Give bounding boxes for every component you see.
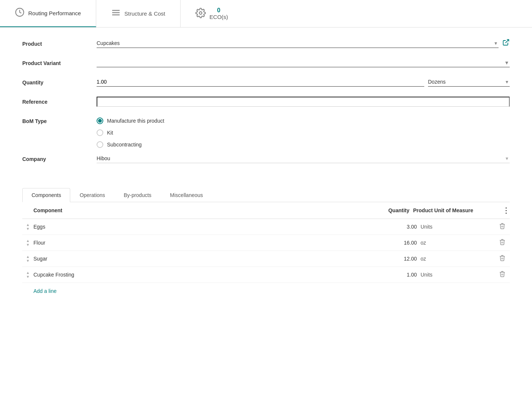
tab-row: Components Operations By-products Miscel… (22, 188, 510, 202)
table-row: ▲ ▼ Flour 16.00 oz (22, 235, 510, 251)
component-name: Sugar (33, 256, 376, 262)
form-area: Product Cupcakes ▾ Pr (0, 28, 532, 181)
quantity-col-header: Quantity (369, 207, 413, 213)
component-uom: oz (421, 240, 495, 246)
tab-structure-label: Structure & Cost (124, 10, 165, 17)
quantity-uom-select[interactable]: Dozens (428, 79, 510, 85)
product-select[interactable]: Cupcakes (97, 40, 499, 46)
add-line-container: Add a line (22, 283, 510, 299)
quantity-uom-wrap: Dozens ▾ (428, 77, 510, 87)
product-select-wrap: Cupcakes ▾ (97, 39, 499, 48)
uom-col-header: Product Unit of Measure (413, 207, 487, 213)
svg-line-5 (505, 40, 509, 43)
quantity-value: Dozens ▾ (97, 77, 510, 87)
company-select[interactable]: Hibou (97, 155, 510, 161)
drag-handle[interactable]: ▲ ▼ (22, 239, 33, 247)
radio-kit-label: Kit (107, 130, 113, 136)
company-label: Company (22, 154, 97, 162)
drag-handle[interactable]: ▲ ▼ (22, 255, 33, 263)
tabs-section: Components Operations By-products Miscel… (0, 188, 532, 202)
table-header: Component Quantity Product Unit of Measu… (22, 202, 510, 219)
header-tabs: Routing Performance Structure & Cost 0 E… (0, 0, 532, 28)
delete-row-button[interactable] (495, 255, 510, 263)
table-row: ▲ ▼ Sugar 12.00 oz (22, 251, 510, 267)
component-col-header: Component (33, 207, 369, 213)
tab-routing-performance[interactable]: Routing Performance (0, 0, 96, 27)
delete-row-button[interactable] (495, 239, 510, 247)
component-name: Cupcake Frosting (33, 272, 376, 278)
tab-miscellaneous[interactable]: Miscellaneous (161, 188, 213, 202)
quantity-row: Quantity Dozens ▾ (22, 77, 510, 91)
delete-row-button[interactable] (495, 271, 510, 279)
product-variant-value: ▾ (97, 58, 510, 67)
reference-row: Reference (22, 97, 510, 110)
table-body: ▲ ▼ Eggs 3.00 Units ▲ ▼ Flour 16.00 oz (22, 219, 510, 283)
svg-point-4 (199, 12, 202, 14)
tab-components[interactable]: Components (22, 188, 70, 202)
list-icon (111, 9, 121, 19)
company-row: Company Hibou ▾ (22, 154, 510, 167)
add-line-button[interactable]: Add a line (22, 283, 56, 299)
quantity-input-wrap (97, 77, 424, 87)
radio-subcontracting-circle (97, 141, 103, 148)
component-uom: Units (421, 224, 495, 230)
company-value: Hibou ▾ (97, 154, 510, 163)
radio-manufacture-label: Manufacture this product (107, 118, 164, 124)
component-name: Flour (33, 240, 376, 246)
product-row: Product Cupcakes ▾ (22, 39, 510, 52)
reference-input[interactable] (97, 97, 510, 107)
quantity-label: Quantity (22, 77, 97, 85)
component-quantity: 1.00 (376, 272, 421, 278)
drag-handle[interactable]: ▲ ▼ (22, 223, 33, 231)
drag-handle[interactable]: ▲ ▼ (22, 271, 33, 279)
delete-row-button[interactable] (495, 223, 510, 231)
reference-value (97, 97, 510, 107)
clock-icon (15, 7, 25, 19)
product-value: Cupcakes ▾ (97, 39, 510, 48)
product-variant-label: Product Variant (22, 58, 97, 66)
eco-count: 0 (217, 7, 220, 14)
table-section: Component Quantity Product Unit of Measu… (0, 202, 532, 299)
tab-by-products[interactable]: By-products (114, 188, 161, 202)
component-name: Eggs (33, 224, 376, 230)
bom-type-radio-group: Manufacture this product Kit Subcontract… (97, 116, 510, 148)
reference-label: Reference (22, 97, 97, 105)
tab-routing-label: Routing Performance (28, 10, 81, 17)
table-row: ▲ ▼ Cupcake Frosting 1.00 Units (22, 267, 510, 283)
table-menu-icon[interactable]: ⋮ (502, 206, 510, 215)
eco-label: ECO(s) (210, 14, 228, 20)
bom-type-value: Manufacture this product Kit Subcontract… (97, 116, 510, 148)
product-variant-select-wrap: ▾ (97, 58, 510, 67)
radio-manufacture-circle (97, 117, 103, 124)
radio-kit-circle (97, 129, 103, 136)
radio-manufacture[interactable]: Manufacture this product (97, 117, 510, 124)
radio-subcontracting[interactable]: Subcontracting (97, 141, 510, 148)
radio-kit[interactable]: Kit (97, 129, 510, 136)
gear-icon (195, 8, 206, 19)
tab-eco[interactable]: 0 ECO(s) (181, 0, 243, 27)
radio-subcontracting-label: Subcontracting (107, 142, 142, 148)
quantity-input[interactable] (97, 79, 424, 85)
external-link-icon[interactable] (502, 39, 510, 48)
product-variant-select[interactable] (97, 59, 510, 65)
component-quantity: 16.00 (376, 240, 421, 246)
tab-structure-cost[interactable]: Structure & Cost (96, 0, 181, 27)
component-quantity: 12.00 (376, 256, 421, 262)
component-uom: Units (421, 272, 495, 278)
table-row: ▲ ▼ Eggs 3.00 Units (22, 219, 510, 235)
company-select-wrap: Hibou ▾ (97, 154, 510, 163)
bom-type-label: BoM Type (22, 116, 97, 124)
component-quantity: 3.00 (376, 224, 421, 230)
product-variant-row: Product Variant ▾ (22, 58, 510, 71)
component-uom: oz (421, 256, 495, 262)
bom-type-row: BoM Type Manufacture this product Kit Su… (22, 116, 510, 148)
product-label: Product (22, 39, 97, 47)
tab-operations[interactable]: Operations (70, 188, 114, 202)
